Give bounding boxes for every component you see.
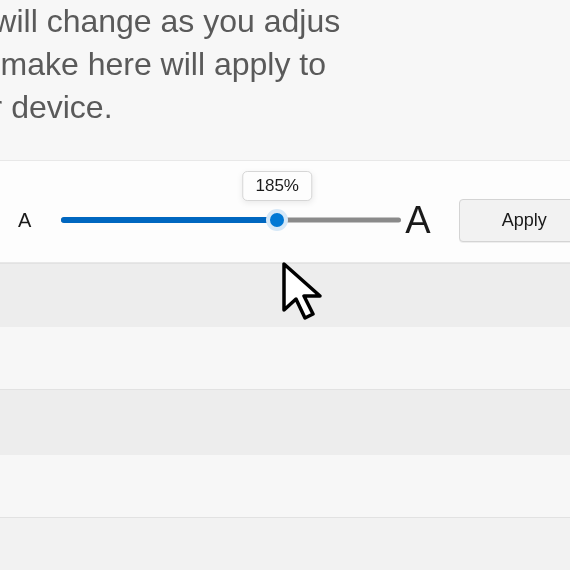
slider-min-label: A xyxy=(18,209,31,232)
text-size-slider[interactable]: 185% xyxy=(61,217,401,223)
slider-track-fill xyxy=(61,217,277,223)
text-size-slider-row: A 185% A Apply xyxy=(0,160,570,263)
description-line-2: you make here will apply to xyxy=(0,46,326,82)
slider-max-label: A xyxy=(405,199,430,242)
text-size-description: rds will change as you adjus you make he… xyxy=(0,0,570,160)
list-gap xyxy=(0,455,570,517)
slider-thumb[interactable] xyxy=(266,209,288,231)
list-gap xyxy=(0,327,570,389)
list-row xyxy=(0,517,570,570)
slider-value-tooltip: 185% xyxy=(242,171,311,201)
description-line-1: rds will change as you adjus xyxy=(0,3,340,39)
list-row xyxy=(0,389,570,455)
list-row xyxy=(0,263,570,327)
apply-button[interactable]: Apply xyxy=(459,199,570,242)
description-line-3: your device. xyxy=(0,89,113,125)
